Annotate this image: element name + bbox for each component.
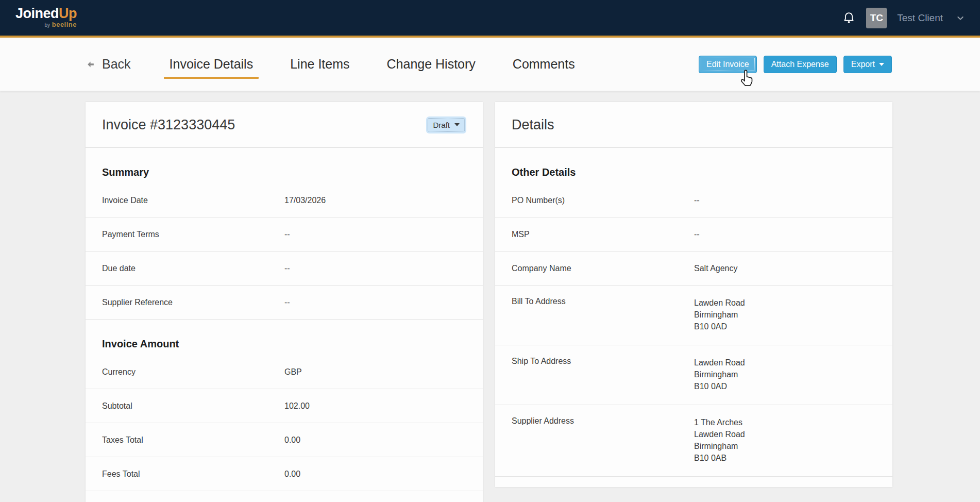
action-button[interactable]: Attach Expense	[764, 56, 837, 73]
back-label: Back	[102, 57, 131, 72]
invoice-card: Invoice #3123330445 Draft Summary Invoic…	[86, 102, 483, 502]
tab-label: Comments	[513, 57, 575, 72]
details-card: Details Other Details PO Number(s) -- MS…	[495, 102, 892, 487]
field-label: PO Number(s)	[512, 196, 694, 205]
summary-rows: Invoice Date 17/03/2026 Payment Terms --…	[86, 183, 483, 320]
field-row: Due date --	[86, 252, 483, 286]
field-value: --	[284, 296, 290, 308]
field-row: Currency GBP	[86, 355, 483, 389]
chevron-down-icon[interactable]	[956, 14, 965, 22]
field-label: Supplier Reference	[102, 298, 284, 307]
section-heading-other-details: Other Details	[512, 166, 876, 178]
tab[interactable]: Change History	[381, 38, 481, 91]
logo-byline: by beeline	[45, 21, 77, 28]
invoice-amount-rows: Currency GBP Subtotal 102.00 Taxes Total…	[86, 355, 483, 491]
field-label: Ship To Address	[512, 357, 694, 366]
user-name: Test Client	[897, 12, 943, 24]
field-label: Bill To Address	[512, 297, 694, 306]
field-row: Supplier Address 1 The ArchesLawden Road…	[495, 405, 892, 477]
logo-part-joined: Joined	[15, 6, 59, 21]
logo-wordmark: JoinedUp	[15, 7, 77, 21]
field-value: --	[694, 228, 700, 240]
field-label: Company Name	[512, 264, 694, 273]
status-label: Draft	[433, 121, 450, 129]
field-row: PO Number(s) --	[495, 183, 892, 217]
field-value: --	[694, 194, 700, 206]
topbar-right-cluster: TC Test Client	[842, 8, 965, 28]
field-row: Company Name Salt Agency	[495, 252, 892, 286]
section-heading-invoice-amount: Invoice Amount	[102, 338, 466, 350]
field-value: Lawden RoadBirminghamB10 0AD	[694, 357, 745, 392]
field-value: --	[284, 262, 290, 274]
logo-by: by	[45, 22, 50, 28]
field-label: Invoice Date	[102, 196, 284, 205]
field-row: MSP --	[495, 217, 892, 252]
action-button[interactable]: Edit Invoice	[699, 56, 757, 73]
field-value: 0.00	[284, 434, 300, 446]
field-label: Currency	[102, 367, 284, 377]
field-label: Fees Total	[102, 470, 284, 479]
section-heading-summary: Summary	[102, 166, 466, 178]
field-label: MSP	[512, 230, 694, 239]
field-value: 1 The ArchesLawden RoadBirminghamB10 0AB	[694, 416, 745, 464]
caret-down-icon	[454, 123, 460, 126]
top-navigation-bar: JoinedUp by beeline TC Test Client	[0, 0, 980, 38]
back-arrow-icon	[86, 59, 96, 70]
invoice-card-header: Invoice #3123330445 Draft	[86, 102, 483, 148]
field-label: Due date	[102, 264, 284, 273]
bell-icon[interactable]	[842, 11, 856, 25]
invoice-title: Invoice #3123330445	[102, 117, 235, 133]
field-row: Supplier Reference --	[86, 286, 483, 320]
action-buttons: Edit Invoice Attach Expense Export	[699, 56, 892, 73]
field-row: Ship To Address Lawden RoadBirminghamB10…	[495, 345, 892, 405]
other-details-rows: PO Number(s) -- MSP -- Company Name Salt…	[495, 183, 892, 477]
details-title: Details	[512, 117, 554, 133]
details-card-header: Details	[495, 102, 892, 148]
logo-part-up: Up	[59, 6, 77, 21]
tab-label: Change History	[387, 57, 476, 72]
field-row: Fees Total 0.00	[86, 457, 483, 491]
field-label: Subtotal	[102, 401, 284, 411]
field-value: Lawden RoadBirminghamB10 0AD	[694, 297, 745, 332]
field-value: 102.00	[284, 400, 310, 412]
action-button-label: Export	[851, 60, 875, 69]
field-value: --	[284, 228, 290, 240]
invoice-tabs: Invoice DetailsLine ItemsChange HistoryC…	[164, 38, 581, 91]
action-button-label: Attach Expense	[771, 60, 829, 69]
tab-label: Invoice Details	[170, 57, 254, 72]
logo-brand: beeline	[52, 21, 77, 28]
field-value: 17/03/2026	[284, 194, 326, 206]
field-row: Subtotal 102.00	[86, 389, 483, 423]
action-button-label: Edit Invoice	[706, 60, 749, 69]
invoice-toolbar: Back Invoice DetailsLine ItemsChange His…	[0, 38, 980, 91]
app-logo[interactable]: JoinedUp by beeline	[15, 7, 77, 28]
field-row: Taxes Total 0.00	[86, 423, 483, 457]
tab-label: Line Items	[290, 57, 349, 72]
tab[interactable]: Invoice Details	[164, 38, 259, 91]
field-row: Payment Terms --	[86, 217, 483, 252]
field-row: Bill To Address Lawden RoadBirminghamB10…	[495, 286, 892, 345]
tab[interactable]: Comments	[507, 38, 581, 91]
field-value: Salt Agency	[694, 262, 738, 274]
field-value: GBP	[284, 366, 302, 378]
status-badge[interactable]: Draft	[426, 116, 466, 133]
back-button[interactable]: Back	[86, 57, 131, 72]
caret-down-icon	[879, 63, 884, 66]
field-label: Taxes Total	[102, 436, 284, 445]
field-label: Supplier Address	[512, 416, 694, 426]
avatar[interactable]: TC	[866, 8, 887, 28]
action-button[interactable]: Export	[843, 56, 892, 73]
field-row: Invoice Date 17/03/2026	[86, 183, 483, 217]
field-value: 0.00	[284, 468, 300, 480]
tab[interactable]: Line Items	[284, 38, 355, 91]
field-label: Payment Terms	[102, 230, 284, 239]
